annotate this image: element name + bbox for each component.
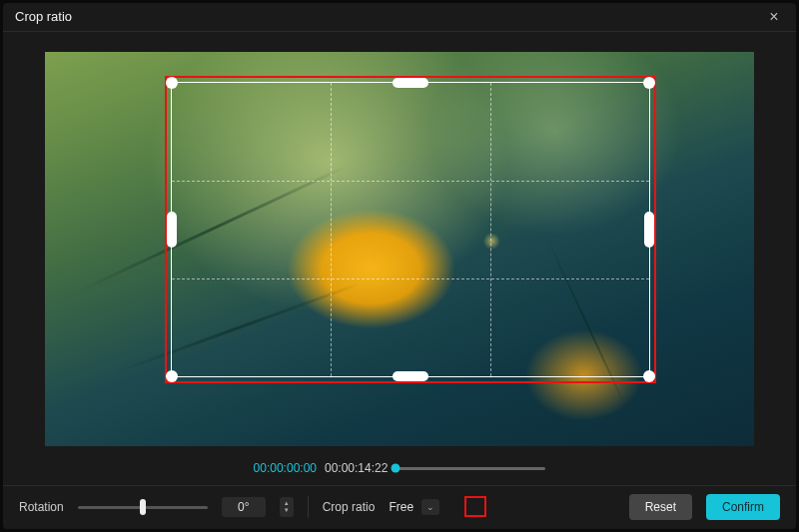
rotation-stepper[interactable]: ▲ ▼ (280, 497, 294, 517)
titlebar: Crop ratio × (3, 3, 796, 32)
crop-handle-bottom-left[interactable] (166, 370, 178, 382)
crop-ratio-label: Crop ratio (323, 500, 376, 514)
crop-box[interactable] (171, 82, 650, 377)
chevron-up-icon[interactable]: ▲ (284, 500, 290, 507)
rotation-slider-thumb[interactable] (140, 499, 146, 515)
grid-line (172, 181, 649, 182)
window-title: Crop ratio (15, 9, 764, 24)
grid-line (490, 83, 491, 376)
crop-handle-top-right[interactable] (643, 77, 655, 89)
crop-ratio-value: Free (389, 500, 413, 514)
reset-button[interactable]: Reset (629, 494, 692, 520)
separator (308, 496, 309, 518)
crop-handle-top-left[interactable] (166, 77, 178, 89)
rotation-label: Rotation (19, 500, 64, 514)
crop-ratio-dropdown[interactable]: Free ⌄ (389, 499, 439, 515)
time-current: 00:00:00:00 (254, 461, 317, 475)
crop-handle-top[interactable] (393, 78, 428, 88)
rotation-input[interactable] (222, 497, 266, 517)
close-icon[interactable]: × (764, 7, 784, 27)
crop-handle-bottom-right[interactable] (643, 370, 655, 382)
time-total: 00:00:14:22 (325, 461, 388, 475)
tutorial-highlight-dropdown (464, 496, 486, 517)
crop-dialog: Crop ratio × (3, 3, 796, 529)
preview-area (3, 32, 796, 456)
chevron-down-icon[interactable]: ▼ (284, 507, 290, 514)
grid-line (172, 278, 649, 279)
chevron-down-icon[interactable]: ⌄ (421, 499, 439, 515)
grid-line (331, 83, 332, 376)
time-slider[interactable] (396, 467, 545, 470)
crop-handle-bottom[interactable] (393, 371, 428, 381)
time-bar: 00:00:00:00 00:00:14:22 (3, 456, 796, 485)
time-slider-thumb[interactable] (392, 464, 400, 473)
bottom-bar: Rotation ▲ ▼ Crop ratio Free ⌄ Reset Con… (3, 485, 796, 529)
crop-handle-left[interactable] (167, 212, 177, 248)
confirm-button[interactable]: Confirm (706, 494, 780, 520)
rotation-slider[interactable] (78, 506, 208, 509)
crop-handle-right[interactable] (644, 212, 654, 248)
video-frame (45, 52, 754, 446)
